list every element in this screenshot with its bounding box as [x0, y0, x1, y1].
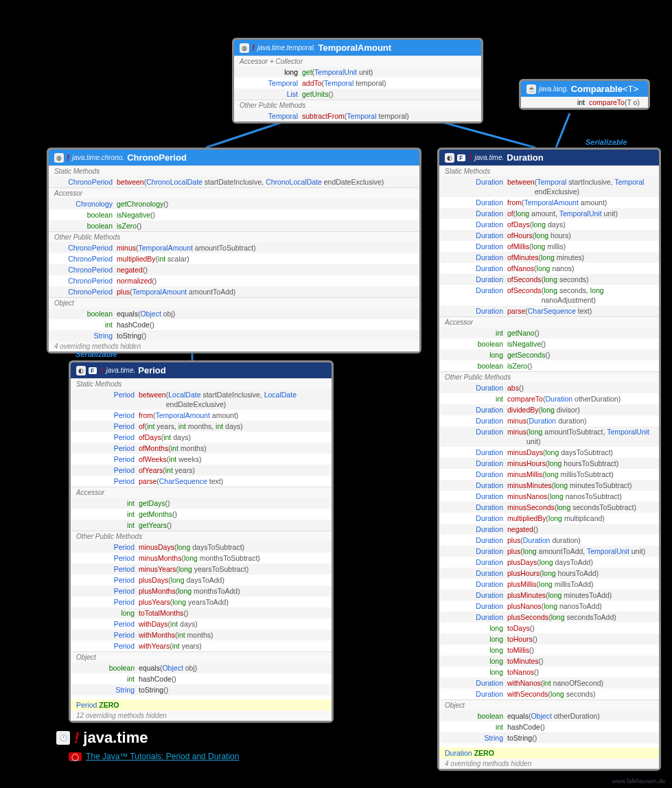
- method-row[interactable]: TemporalsubtractFrom (Temporal temporal): [234, 111, 481, 121]
- method-row[interactable]: longget (TemporalUnit unit): [234, 67, 481, 78]
- serializable-label[interactable]: Serializable: [76, 350, 117, 358]
- method-row[interactable]: ChronoPeriodmultipliedBy (int scalar): [49, 253, 419, 264]
- method-row[interactable]: longtoMinutes (): [439, 656, 659, 667]
- method-row[interactable]: ChronoPeriodminus (TemporalAmount amount…: [49, 242, 419, 253]
- static-field[interactable]: Period ZERO: [71, 699, 332, 710]
- method-row[interactable]: DurationofSeconds (long seconds, long na…: [439, 285, 659, 305]
- method-row[interactable]: booleanisNegative (): [49, 209, 419, 220]
- method-row[interactable]: DurationplusHours (long hoursToAdd): [439, 568, 659, 579]
- abstract-badge: !: [67, 153, 69, 163]
- method-row[interactable]: inthashCode (): [71, 673, 332, 684]
- method-row[interactable]: longtoNanos (): [439, 667, 659, 677]
- method-row[interactable]: intcompareTo (T o): [521, 97, 648, 108]
- method-row[interactable]: ChronoPeriodbetween (ChronoLocalDate sta…: [49, 176, 419, 187]
- method-row[interactable]: booleanisZero (): [49, 220, 419, 231]
- method-row[interactable]: Periodof (int years, int months, int day…: [71, 421, 332, 432]
- method-row[interactable]: DurationofHours (long hours): [439, 230, 659, 241]
- method-row[interactable]: DurationminusNanos (long nanosToSubtract…: [439, 491, 659, 502]
- method-row[interactable]: Durationabs (): [439, 382, 659, 393]
- class-temporalamount: ◍ ! java.time.temporal. TemporalAmount A…: [232, 38, 483, 124]
- method-row[interactable]: DurationofSeconds (long seconds): [439, 274, 659, 285]
- static-field[interactable]: Duration ZERO: [439, 748, 659, 758]
- method-row[interactable]: DurationplusNanos (long nanosToAdd): [439, 601, 659, 612]
- method-row[interactable]: DurationminusHours (long hoursToSubtract…: [439, 458, 659, 469]
- method-row[interactable]: DurationminusMinutes (long minutesToSubt…: [439, 480, 659, 491]
- method-row[interactable]: StringtoString (): [49, 330, 419, 341]
- method-row[interactable]: Durationparse (CharSequence text): [439, 305, 659, 316]
- method-row[interactable]: booleanequals (Object obj): [71, 662, 332, 673]
- method-row[interactable]: PeriodplusDays (long daysToAdd): [71, 575, 332, 586]
- method-row[interactable]: Durationbetween (Temporal startInclusive…: [439, 176, 659, 197]
- method-row[interactable]: longtoDays (): [439, 623, 659, 634]
- method-row[interactable]: DurationdividedBy (long divisor): [439, 404, 659, 415]
- method-row[interactable]: ChronoPeriodnormalized (): [49, 275, 419, 286]
- method-row[interactable]: PeriodofYears (int years): [71, 465, 332, 476]
- method-row[interactable]: longtoHours (): [439, 634, 659, 645]
- class-name[interactable]: Comparable<T>: [571, 84, 638, 94]
- method-row[interactable]: intcompareTo (Duration otherDuration): [439, 393, 659, 404]
- method-row[interactable]: DurationplusMillis (long millisToAdd): [439, 579, 659, 590]
- method-row[interactable]: DurationplusSeconds (long secondsToAdd): [439, 612, 659, 623]
- method-row[interactable]: Durationminus (long amountToSubtract, Te…: [439, 426, 659, 447]
- method-row[interactable]: PeriodofWeeks (int weeks): [71, 454, 332, 465]
- method-row[interactable]: ChronologygetChronology (): [49, 198, 419, 209]
- tutorial-link[interactable]: ◯ The Java™ Tutorials: Period and Durati…: [69, 752, 239, 761]
- method-row[interactable]: PeriodplusYears (long yearsToAdd): [71, 596, 332, 607]
- method-row[interactable]: Periodbetween (LocalDate startDateInclus…: [71, 389, 332, 410]
- method-row[interactable]: intgetMonths (): [71, 509, 332, 520]
- method-row[interactable]: inthashCode (): [439, 721, 659, 732]
- method-row[interactable]: longgetSeconds (): [439, 349, 659, 360]
- method-row[interactable]: DurationminusMillis (long millisToSubtra…: [439, 469, 659, 480]
- serializable-label[interactable]: Serializable: [586, 138, 627, 146]
- method-row[interactable]: intgetNano (): [439, 327, 659, 338]
- method-row[interactable]: PeriodplusMonths (long monthsToAdd): [71, 586, 332, 596]
- method-row[interactable]: inthashCode (): [49, 319, 419, 330]
- method-row[interactable]: DurationmultipliedBy (long multiplicand): [439, 513, 659, 524]
- method-row[interactable]: intgetDays (): [71, 498, 332, 509]
- method-row[interactable]: ChronoPeriodplus (TemporalAmount amountT…: [49, 286, 419, 297]
- method-row[interactable]: DurationplusDays (long daysToAdd): [439, 557, 659, 568]
- method-row[interactable]: DurationplusMinutes (long minutesToAdd): [439, 590, 659, 601]
- method-row[interactable]: Durationof (long amount, TemporalUnit un…: [439, 208, 659, 219]
- method-row[interactable]: Durationplus (Duration duration): [439, 535, 659, 546]
- class-name[interactable]: ChronoPeriod: [127, 152, 187, 163]
- method-row[interactable]: DurationminusDays (long daysToSubtract): [439, 447, 659, 458]
- method-row[interactable]: PeriodofMonths (int months): [71, 443, 332, 454]
- method-row[interactable]: Durationplus (long amountToAdd, Temporal…: [439, 546, 659, 557]
- method-row[interactable]: booleanisZero (): [439, 360, 659, 371]
- source-link[interactable]: www.falkhausen.de: [612, 778, 665, 785]
- method-row[interactable]: Durationminus (Duration duration): [439, 415, 659, 426]
- method-row[interactable]: longtoMillis (): [439, 645, 659, 656]
- method-row[interactable]: PeriodminusYears (long yearsToSubtract): [71, 564, 332, 575]
- class-name[interactable]: TemporalAmount: [318, 43, 391, 53]
- method-row[interactable]: Periodfrom (TemporalAmount amount): [71, 410, 332, 421]
- class-name[interactable]: Duration: [507, 152, 543, 163]
- method-row[interactable]: Durationfrom (TemporalAmount amount): [439, 197, 659, 208]
- method-row[interactable]: DurationminusSeconds (long secondsToSubt…: [439, 502, 659, 513]
- method-row[interactable]: PeriodwithMonths (int months): [71, 629, 332, 640]
- method-row[interactable]: ListgetUnits (): [234, 89, 481, 100]
- method-row[interactable]: PeriodminusMonths (long monthsToSubtract…: [71, 553, 332, 564]
- method-row[interactable]: DurationwithSeconds (long seconds): [439, 688, 659, 699]
- method-row[interactable]: DurationwithNanos (int nanoOfSecond): [439, 677, 659, 688]
- method-row[interactable]: PeriodwithYears (int years): [71, 640, 332, 651]
- method-row[interactable]: PeriodwithDays (int days): [71, 618, 332, 629]
- class-name[interactable]: Period: [138, 365, 165, 375]
- method-row[interactable]: PeriodminusDays (long daysToSubtract): [71, 542, 332, 553]
- method-row[interactable]: DurationofMinutes (long minutes): [439, 252, 659, 263]
- method-row[interactable]: longtoTotalMonths (): [71, 607, 332, 618]
- method-row[interactable]: booleanequals (Object otherDuration): [439, 710, 659, 721]
- method-row[interactable]: Durationnegated (): [439, 524, 659, 535]
- method-row[interactable]: intgetYears (): [71, 520, 332, 531]
- method-row[interactable]: StringtoString (): [439, 732, 659, 743]
- method-row[interactable]: Periodparse (CharSequence text): [71, 476, 332, 487]
- method-row[interactable]: StringtoString (): [71, 684, 332, 695]
- method-row[interactable]: booleanequals (Object obj): [49, 308, 419, 319]
- method-row[interactable]: booleanisNegative (): [439, 338, 659, 349]
- method-row[interactable]: ChronoPeriodnegated (): [49, 264, 419, 275]
- method-row[interactable]: DurationofMillis (long millis): [439, 241, 659, 252]
- method-row[interactable]: TemporaladdTo (Temporal temporal): [234, 78, 481, 89]
- method-row[interactable]: PeriodofDays (int days): [71, 432, 332, 443]
- method-row[interactable]: DurationofNanos (long nanos): [439, 263, 659, 274]
- method-row[interactable]: DurationofDays (long days): [439, 219, 659, 230]
